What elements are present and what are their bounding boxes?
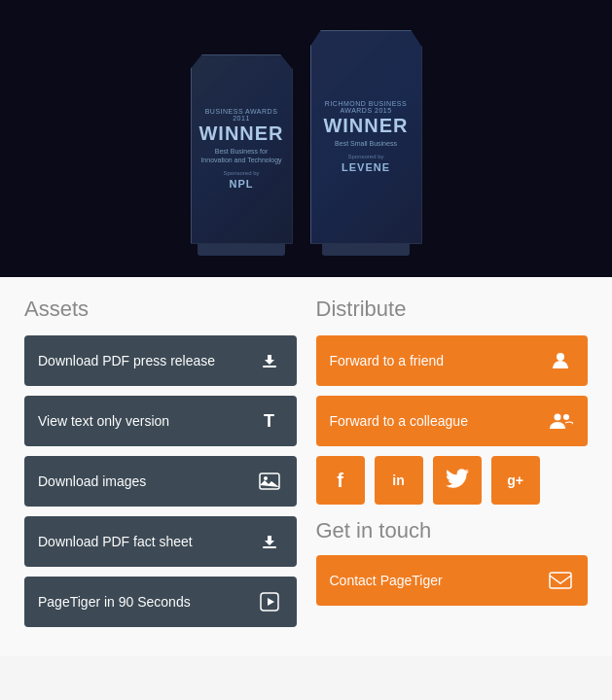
download-pdf-press-row: Download PDF press release xyxy=(24,335,297,386)
download-pdf-fact-row: Download PDF fact sheet xyxy=(24,516,297,567)
play-icon xyxy=(256,588,283,615)
googleplus-button[interactable]: g+ xyxy=(491,456,540,505)
svg-rect-0 xyxy=(263,366,276,368)
forward-colleague-button[interactable]: Forward to a colleague xyxy=(316,396,589,446)
email-icon xyxy=(547,567,574,594)
pagetiger-video-label: PageTiger in 90 Seconds xyxy=(38,594,191,610)
trophy-left-brand: Business Awards 2011 xyxy=(199,108,284,122)
download-images-label: Download images xyxy=(38,473,146,489)
image-icon xyxy=(256,468,283,495)
trophy-left-winner: WINNER xyxy=(198,123,283,143)
linkedin-button[interactable]: in xyxy=(375,456,423,505)
svg-rect-9 xyxy=(550,573,571,588)
facebook-button[interactable]: f xyxy=(316,456,365,505)
forward-friend-label: Forward to a friend xyxy=(330,353,445,368)
svg-point-2 xyxy=(264,476,268,480)
svg-rect-3 xyxy=(263,546,276,548)
googleplus-icon: g+ xyxy=(507,472,523,488)
linkedin-icon: in xyxy=(392,472,404,488)
download-icon-2 xyxy=(256,528,283,555)
download-pdf-press-button[interactable]: Download PDF press release xyxy=(24,335,297,386)
assets-title: Assets xyxy=(24,297,297,322)
text-t-icon: T xyxy=(256,407,283,435)
trophy-right-sponsor: LEVENE xyxy=(342,161,390,173)
forward-colleague-label: Forward to a colleague xyxy=(330,413,468,429)
person-icon-1 xyxy=(547,347,574,374)
hero-image: Business Awards 2011 WINNER Best Busines… xyxy=(0,0,612,277)
trophy-right-base xyxy=(322,244,410,256)
trophy-right-sub: Best Small Business xyxy=(335,139,397,148)
trophy-container: Business Awards 2011 WINNER Best Busines… xyxy=(191,22,422,256)
trophy-left: Business Awards 2011 WINNER Best Busines… xyxy=(191,54,293,244)
trophy-right-winner: WINNER xyxy=(323,116,408,135)
forward-friend-button[interactable]: Forward to a friend xyxy=(316,335,589,386)
view-text-only-row: View text only version T xyxy=(24,396,297,446)
assets-section: Assets Download PDF press release View t… xyxy=(24,297,297,637)
trophy-left-sub: Best Business for Innovation and Technol… xyxy=(199,147,284,164)
download-pdf-press-label: Download PDF press release xyxy=(38,353,215,368)
view-text-only-button[interactable]: View text only version T xyxy=(24,396,297,446)
twitter-icon xyxy=(446,469,469,493)
download-pdf-fact-label: Download PDF fact sheet xyxy=(38,534,193,549)
get-in-touch-title: Get in touch xyxy=(316,518,589,543)
svg-point-6 xyxy=(557,353,564,361)
download-images-button[interactable]: Download images xyxy=(24,456,297,507)
twitter-button[interactable] xyxy=(433,456,482,505)
svg-point-7 xyxy=(555,414,561,421)
trophy-right-sponsored: Sponsored by xyxy=(347,154,383,159)
social-buttons-row: f in g+ xyxy=(316,456,589,505)
sections-row: Assets Download PDF press release View t… xyxy=(24,297,588,637)
contact-pagetiger-button[interactable]: Contact PageTiger xyxy=(316,555,589,606)
download-pdf-fact-button[interactable]: Download PDF fact sheet xyxy=(24,516,297,567)
pagetiger-video-button[interactable]: PageTiger in 90 Seconds xyxy=(24,577,297,627)
contact-pagetiger-label: Contact PageTiger xyxy=(330,573,443,588)
trophy-left-sponsored: Sponsored by xyxy=(223,170,259,176)
persons-icon xyxy=(547,407,574,435)
trophy-right: Richmond Business Awards 2015 WINNER Bes… xyxy=(310,30,422,244)
view-text-only-label: View text only version xyxy=(38,413,169,429)
distribute-title: Distribute xyxy=(316,297,589,322)
svg-marker-5 xyxy=(268,598,274,606)
download-icon-1 xyxy=(256,347,283,374)
trophy-right-brand: Richmond Business Awards 2015 xyxy=(319,100,414,114)
pagetiger-video-row: PageTiger in 90 Seconds xyxy=(24,577,297,627)
trophy-left-sponsor: NPL xyxy=(230,178,254,190)
trophy-left-base xyxy=(198,244,285,256)
content-area: Assets Download PDF press release View t… xyxy=(0,277,612,656)
svg-point-8 xyxy=(563,414,569,420)
facebook-icon: f xyxy=(337,470,343,492)
distribute-section: Distribute Forward to a friend Forward t… xyxy=(316,297,589,637)
download-images-row: Download images xyxy=(24,456,297,507)
